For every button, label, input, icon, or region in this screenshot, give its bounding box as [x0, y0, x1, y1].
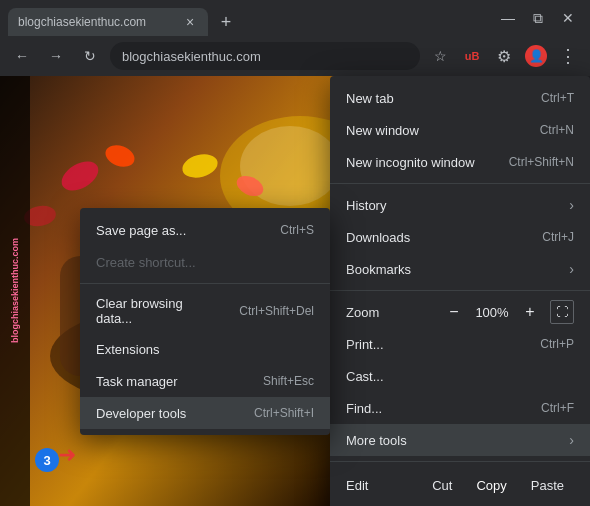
submenu-item-extensions-label: Extensions — [96, 342, 314, 357]
menu-item-find-label: Find... — [346, 401, 511, 416]
submenu-item-create-shortcut-label: Create shortcut... — [96, 255, 314, 270]
ublock-icon[interactable]: uB — [458, 42, 486, 70]
menu-item-new-tab[interactable]: New tab Ctrl+T — [330, 82, 590, 114]
submenu-item-clear-browsing[interactable]: Clear browsing data... Ctrl+Shift+Del — [80, 289, 330, 333]
menu-item-print-label: Print... — [346, 337, 510, 352]
menu-item-bookmarks-label: Bookmarks — [346, 262, 561, 277]
submenu-item-developer-tools-label: Developer tools — [96, 406, 234, 421]
active-tab[interactable]: blogchiasekienthuc.com × — [8, 8, 208, 36]
more-tools-submenu: Save page as... Ctrl+S Create shortcut..… — [80, 208, 330, 435]
nav-bar: ← → ↻ blogchiasekienthuc.com ☆ uB ⚙ 👤 ⋮ … — [0, 36, 590, 76]
zoom-row: Zoom − 100% + ⛶ — [330, 296, 590, 328]
copy-button[interactable]: Copy — [466, 474, 516, 497]
edit-row: Edit Cut Copy Paste — [330, 467, 590, 503]
submenu-item-save-page-label: Save page as... — [96, 223, 260, 238]
watermark-text: blogchiasekienthuc.com — [10, 238, 20, 343]
menu-item-incognito-shortcut: Ctrl+Shift+N — [509, 155, 574, 169]
menu-item-new-window-shortcut: Ctrl+N — [540, 123, 574, 137]
tab-title: blogchiasekienthuc.com — [18, 15, 176, 29]
menu-item-downloads-shortcut: Ctrl+J — [542, 230, 574, 244]
separator-2 — [330, 290, 590, 291]
bookmarks-arrow-icon: › — [569, 261, 574, 277]
menu-item-more-tools-label: More tools — [346, 433, 561, 448]
more-tools-arrow-icon: › — [569, 432, 574, 448]
submenu-item-task-manager-label: Task manager — [96, 374, 243, 389]
zoom-in-button[interactable]: + — [518, 300, 542, 324]
menu-item-cast-label: Cast... — [346, 369, 574, 384]
forward-button[interactable]: → — [42, 42, 70, 70]
edit-label: Edit — [346, 478, 422, 493]
extensions-icon[interactable]: ⚙ — [490, 42, 518, 70]
menu-item-cast[interactable]: Cast... — [330, 360, 590, 392]
menu-item-find[interactable]: Find... Ctrl+F — [330, 392, 590, 424]
title-bar: blogchiasekienthuc.com × + — ⧉ ✕ — [0, 0, 590, 36]
minimize-button[interactable]: — — [494, 4, 522, 32]
close-button[interactable]: ✕ — [554, 4, 582, 32]
submenu-item-save-page[interactable]: Save page as... Ctrl+S — [80, 214, 330, 246]
main-menu: New tab Ctrl+T New window Ctrl+N New inc… — [330, 76, 590, 506]
tab-close-button[interactable]: × — [182, 14, 198, 30]
submenu-item-create-shortcut[interactable]: Create shortcut... — [80, 246, 330, 278]
menu-item-new-window-label: New window — [346, 123, 510, 138]
menu-item-history-label: History — [346, 198, 561, 213]
zoom-label: Zoom — [346, 305, 442, 320]
submenu-separator-1 — [80, 283, 330, 284]
history-arrow-icon: › — [569, 197, 574, 213]
menu-item-print-shortcut: Ctrl+P — [540, 337, 574, 351]
separator-3 — [330, 461, 590, 462]
zoom-controls: − 100% + ⛶ — [442, 300, 574, 324]
menu-item-new-tab-shortcut: Ctrl+T — [541, 91, 574, 105]
menu-item-downloads-label: Downloads — [346, 230, 512, 245]
tab-area: blogchiasekienthuc.com × + — [0, 0, 494, 36]
back-button[interactable]: ← — [8, 42, 36, 70]
toolbar-icons: ☆ uB ⚙ 👤 ⋮ — [426, 42, 582, 70]
separator-1 — [330, 183, 590, 184]
maximize-button[interactable]: ⧉ — [524, 4, 552, 32]
arrow-to-developer-tools: ➜ — [58, 442, 76, 468]
menu-dots-icon[interactable]: ⋮ — [554, 42, 582, 70]
submenu-item-task-manager-shortcut: Shift+Esc — [263, 374, 314, 388]
menu-item-print[interactable]: Print... Ctrl+P — [330, 328, 590, 360]
paste-button[interactable]: Paste — [521, 474, 574, 497]
address-bar[interactable]: blogchiasekienthuc.com — [110, 42, 420, 70]
reload-button[interactable]: ↻ — [76, 42, 104, 70]
submenu-item-save-page-shortcut: Ctrl+S — [280, 223, 314, 237]
menu-item-incognito[interactable]: New incognito window Ctrl+Shift+N — [330, 146, 590, 178]
menu-item-incognito-label: New incognito window — [346, 155, 479, 170]
submenu-item-clear-browsing-shortcut: Ctrl+Shift+Del — [239, 304, 314, 318]
zoom-out-button[interactable]: − — [442, 300, 466, 324]
new-tab-button[interactable]: + — [212, 8, 240, 36]
menu-item-new-tab-label: New tab — [346, 91, 511, 106]
menu-item-history[interactable]: History › — [330, 189, 590, 221]
submenu-item-task-manager[interactable]: Task manager Shift+Esc — [80, 365, 330, 397]
menu-item-more-tools[interactable]: More tools › — [330, 424, 590, 456]
cut-button[interactable]: Cut — [422, 474, 462, 497]
submenu-item-clear-browsing-label: Clear browsing data... — [96, 296, 219, 326]
address-text: blogchiasekienthuc.com — [122, 49, 408, 64]
number-badge-3: 3 — [35, 448, 59, 472]
zoom-value: 100% — [474, 305, 510, 320]
menu-item-find-shortcut: Ctrl+F — [541, 401, 574, 415]
menu-item-bookmarks[interactable]: Bookmarks › — [330, 253, 590, 285]
window-controls: — ⧉ ✕ — [494, 4, 590, 32]
submenu-item-extensions[interactable]: Extensions — [80, 333, 330, 365]
submenu-item-developer-tools[interactable]: Developer tools Ctrl+Shift+I — [80, 397, 330, 429]
watermark: blogchiasekienthuc.com — [0, 76, 30, 506]
zoom-fullscreen-button[interactable]: ⛶ — [550, 300, 574, 324]
menu-item-downloads[interactable]: Downloads Ctrl+J — [330, 221, 590, 253]
edit-actions: Cut Copy Paste — [422, 474, 574, 497]
bookmark-star-icon[interactable]: ☆ — [426, 42, 454, 70]
menu-item-new-window[interactable]: New window Ctrl+N — [330, 114, 590, 146]
profile-icon[interactable]: 👤 — [522, 42, 550, 70]
submenu-item-developer-tools-shortcut: Ctrl+Shift+I — [254, 406, 314, 420]
